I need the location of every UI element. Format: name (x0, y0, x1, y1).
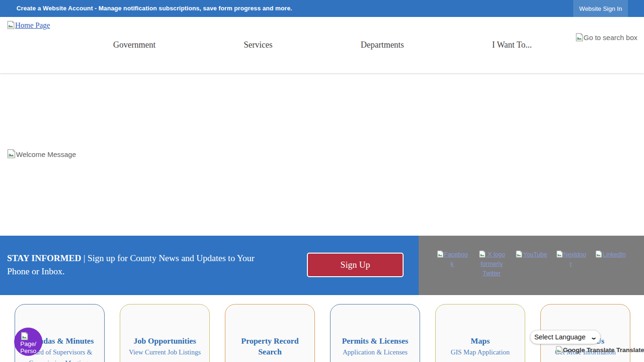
card-property-record-search[interactable]: Property Record Search (225, 304, 315, 362)
select-language-dropdown[interactable]: Select Language ⌄ (530, 330, 601, 344)
create-account-link[interactable]: Create a Website Account - Manage notifi… (17, 5, 292, 12)
linkedin-label: LinkedIn (603, 251, 626, 258)
stay-informed-panel: STAY INFORMED | Sign up for County News … (0, 236, 419, 295)
broken-image-icon (7, 21, 15, 29)
card-title: Job Opportunities (124, 336, 206, 346)
card-title: Maps (439, 336, 521, 346)
nextdoor-link[interactable]: Nextdoor (555, 250, 587, 269)
top-alert-bar: Create a Website Account - Manage notifi… (0, 0, 644, 17)
welcome-message-image: Welcome Message (7, 149, 76, 158)
card-maps[interactable]: Maps GIS Map Application (435, 304, 525, 362)
home-page-logo-label: Home Page (15, 21, 50, 29)
google-translate-alt: Google Translate (563, 346, 615, 354)
card-subtitle: Application & Licenses (334, 347, 416, 358)
website-sign-in-button[interactable]: Website Sign In (573, 0, 628, 17)
home-page-logo-link[interactable]: Home Page (7, 21, 50, 30)
welcome-message-alt: Welcome Message (16, 150, 76, 158)
nextdoor-label: Nextdoor (563, 251, 586, 267)
youtube-label: YouTube (523, 251, 547, 258)
translate-label: Translate (616, 346, 644, 354)
search-box-label: Go to search box (584, 33, 637, 41)
nav-item-services[interactable]: Services (244, 40, 272, 50)
x-twitter-icon (479, 250, 486, 258)
card-title: Permits & Licenses (334, 336, 416, 346)
social-links-panel: Facebook X logo formerly Twitter YouTube… (419, 236, 644, 295)
linkedin-link[interactable]: LinkedIn (594, 250, 627, 259)
go-to-search-box-link[interactable]: Go to search box (575, 33, 637, 41)
select-language-label: Select Language (534, 333, 586, 341)
nav-item-government[interactable]: Government (113, 40, 156, 50)
nav-item-i-want-to[interactable]: I Want To... (492, 40, 532, 50)
stay-informed-title: STAY INFORMED (7, 253, 81, 263)
x-twitter-link[interactable]: X logo formerly Twitter (476, 250, 508, 278)
card-title: Property Record Search (229, 336, 311, 357)
broken-image-icon (20, 332, 29, 340)
chevron-down-icon: ⌄ (590, 334, 597, 341)
broken-image-icon (575, 33, 584, 41)
card-subtitle: View Current Job Listings (124, 347, 206, 358)
nextdoor-icon (556, 250, 563, 258)
stay-informed-banner: STAY INFORMED | Sign up for County News … (0, 236, 644, 295)
facebook-icon (437, 250, 444, 258)
stay-informed-text: STAY INFORMED | Sign up for County News … (7, 252, 264, 278)
youtube-link[interactable]: YouTube (515, 250, 547, 259)
main-navigation: Government Services Departments I Want T… (113, 39, 532, 51)
facebook-link[interactable]: Facebook (436, 250, 468, 269)
stay-informed-separator: | (83, 253, 85, 263)
linkedin-icon (595, 250, 603, 258)
google-translate-logo-icon (555, 346, 563, 354)
page-person-label-line1: Page/ (20, 340, 42, 347)
sign-up-button[interactable]: Sign Up (307, 253, 404, 277)
nav-item-departments[interactable]: Departments (361, 40, 404, 50)
card-job-opportunities[interactable]: Job Opportunities View Current Job Listi… (120, 304, 210, 362)
youtube-icon (515, 250, 523, 258)
site-header: Home Page Government Services Department… (0, 17, 644, 73)
facebook-label: Facebook (444, 251, 468, 267)
page-person-widget-button[interactable]: Page/ Perso (14, 328, 42, 356)
broken-image-icon (7, 149, 16, 158)
card-subtitle: GIS Map Application (439, 347, 521, 358)
card-permits-licenses[interactable]: Permits & Licenses Application & License… (330, 304, 420, 362)
google-translate-attribution: Google Translate Translate (555, 346, 644, 354)
